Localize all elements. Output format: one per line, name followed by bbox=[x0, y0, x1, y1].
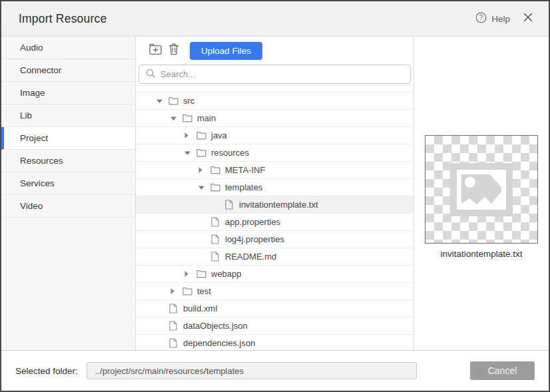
tree-row-webapp[interactable]: webapp bbox=[136, 266, 413, 283]
sidebar-item-lib[interactable]: Lib bbox=[1, 104, 135, 127]
folder-icon bbox=[210, 183, 220, 192]
file-tree: srcmainjavaresourcesMETA-INFtemplatesinv… bbox=[136, 85, 413, 350]
sidebar-item-label: Services bbox=[20, 178, 55, 188]
tree-row-label: META-INF bbox=[225, 165, 265, 175]
dialog-title: Import Resource bbox=[19, 12, 475, 26]
tree-row-readme.md[interactable]: README.md bbox=[136, 248, 413, 266]
tree-row-label: webapp bbox=[211, 269, 242, 279]
new-folder-button[interactable] bbox=[146, 41, 164, 60]
close-icon bbox=[523, 13, 533, 25]
tree-row-src[interactable]: src bbox=[136, 93, 413, 110]
sidebar-item-project[interactable]: Project bbox=[1, 127, 135, 150]
tree-row-main[interactable]: main bbox=[136, 110, 413, 127]
folder-icon bbox=[210, 166, 220, 174]
chevron-right-icon[interactable] bbox=[198, 167, 210, 173]
tree-row-label: invitationtemplate.txt bbox=[239, 200, 318, 210]
chevron-right-icon[interactable] bbox=[170, 288, 182, 294]
sidebar-item-video[interactable]: Video bbox=[1, 195, 135, 218]
tree-row-label: test bbox=[197, 286, 211, 296]
image-placeholder-icon bbox=[450, 163, 513, 216]
folder-icon bbox=[196, 148, 206, 157]
search-row bbox=[136, 65, 413, 84]
help-button[interactable]: ? Help bbox=[475, 12, 510, 26]
sidebar-item-audio[interactable]: Audio bbox=[1, 37, 135, 59]
tree-row-java[interactable]: java bbox=[136, 127, 413, 144]
tree-row-dataobjects.json[interactable]: dataObjects.json bbox=[136, 317, 413, 335]
search-box bbox=[138, 65, 411, 84]
sidebar-item-label: Resources bbox=[20, 156, 63, 166]
trash-icon bbox=[168, 43, 179, 58]
file-icon bbox=[224, 200, 234, 210]
tree-row-test[interactable]: test bbox=[136, 283, 413, 300]
tree-row-invitationtemplate.txt[interactable]: invitationtemplate.txt bbox=[136, 196, 413, 214]
sidebar-item-services[interactable]: Services bbox=[1, 172, 135, 195]
folder-icon bbox=[196, 131, 206, 140]
tree-row-dependencies.json[interactable]: dependencies.json bbox=[136, 335, 413, 350]
folder-icon bbox=[182, 114, 192, 122]
tree-row-resources[interactable]: resources bbox=[136, 144, 413, 162]
tree-row-build.xml[interactable]: build.xml bbox=[136, 300, 413, 317]
folder-plus-icon bbox=[148, 43, 162, 58]
chevron-down-icon[interactable] bbox=[170, 116, 182, 120]
folder-icon bbox=[168, 97, 178, 105]
dialog-footer: Selected folder: Cancel bbox=[1, 350, 549, 391]
file-icon bbox=[168, 303, 178, 313]
preview-box bbox=[425, 135, 538, 244]
tree-row-app.properties[interactable]: app.properties bbox=[136, 214, 413, 231]
sidebar: AudioConnectorImageLibProjectResourcesSe… bbox=[1, 37, 136, 350]
search-icon bbox=[146, 69, 155, 81]
tree-row-meta-inf[interactable]: META-INF bbox=[136, 162, 413, 179]
sidebar-item-label: Project bbox=[20, 133, 48, 143]
chevron-down-icon[interactable] bbox=[198, 186, 210, 190]
file-icon bbox=[210, 217, 220, 227]
selected-folder-input[interactable] bbox=[87, 362, 417, 379]
toolbar: Upload Files bbox=[136, 37, 413, 65]
close-button[interactable] bbox=[523, 13, 533, 25]
tree-row-label: src bbox=[183, 96, 194, 106]
chevron-right-icon[interactable] bbox=[184, 132, 196, 138]
tree-row-label: dependencies.json bbox=[183, 338, 255, 348]
chevron-down-icon[interactable] bbox=[156, 99, 168, 103]
sidebar-item-label: Audio bbox=[20, 43, 43, 53]
tree-row-label: resources bbox=[211, 148, 249, 158]
main-panel: Upload Files srcma bbox=[136, 37, 549, 350]
file-icon bbox=[168, 321, 178, 331]
import-resource-dialog: Import Resource ? Help bbox=[0, 0, 550, 392]
chevron-right-icon[interactable] bbox=[184, 271, 196, 277]
tree-row-log4j.properties[interactable]: log4j.properties bbox=[136, 231, 413, 248]
upload-files-button[interactable]: Upload Files bbox=[190, 42, 262, 60]
preview-filename: invitationtemplate.txt bbox=[440, 249, 522, 259]
sidebar-item-label: Video bbox=[20, 201, 43, 211]
tree-row-label: app.properties bbox=[225, 217, 280, 227]
sidebar-item-label: Image bbox=[20, 88, 45, 98]
tree-row-templates[interactable]: templates bbox=[136, 179, 413, 196]
tree-row-label: README.md bbox=[225, 252, 276, 262]
cancel-button[interactable]: Cancel bbox=[470, 361, 535, 380]
header-actions: ? Help bbox=[475, 12, 533, 26]
sidebar-item-image[interactable]: Image bbox=[1, 82, 135, 104]
folder-icon bbox=[196, 270, 206, 278]
chevron-down-icon[interactable] bbox=[184, 151, 196, 155]
tree-row-label: dataObjects.json bbox=[183, 321, 248, 331]
help-label: Help bbox=[491, 14, 510, 24]
tree-row-label: build.xml bbox=[183, 303, 217, 313]
sidebar-item-connector[interactable]: Connector bbox=[1, 59, 135, 82]
tree-row-label: java bbox=[211, 130, 227, 140]
tree-row-label: log4j.properties bbox=[225, 234, 284, 244]
dialog-body: AudioConnectorImageLibProjectResourcesSe… bbox=[1, 37, 549, 350]
tree-row-label: templates bbox=[225, 182, 262, 192]
preview-panel: invitationtemplate.txt bbox=[413, 37, 549, 350]
folder-icon bbox=[182, 287, 192, 295]
file-icon bbox=[168, 338, 178, 348]
sidebar-item-label: Lib bbox=[20, 110, 32, 120]
selected-folder-label: Selected folder: bbox=[15, 366, 78, 376]
file-icon bbox=[210, 252, 220, 262]
tree-partial-row bbox=[136, 86, 413, 93]
delete-button[interactable] bbox=[164, 41, 183, 60]
search-input[interactable] bbox=[160, 69, 410, 79]
sidebar-item-resources[interactable]: Resources bbox=[1, 150, 135, 172]
dialog-header: Import Resource ? Help bbox=[1, 1, 549, 37]
circle-question-icon: ? bbox=[475, 12, 487, 26]
file-browser: Upload Files srcma bbox=[136, 37, 413, 350]
file-icon bbox=[210, 234, 220, 244]
